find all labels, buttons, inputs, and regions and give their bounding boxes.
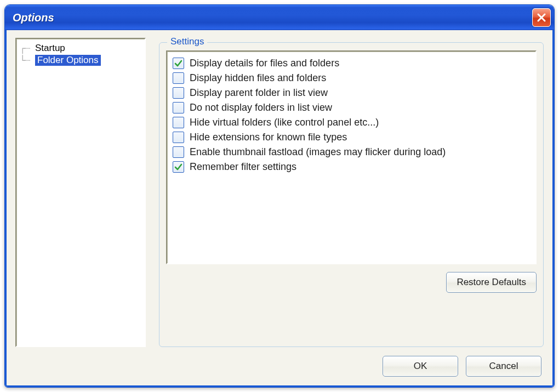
setting-label: Enable thumbnail fastload (images may fl… xyxy=(190,146,446,158)
window-title: Options xyxy=(13,12,532,24)
close-icon xyxy=(537,13,546,22)
dialog-footer: OK Cancel xyxy=(15,347,544,378)
setting-remember-filter[interactable]: Remember filter settings xyxy=(173,160,530,174)
cancel-button[interactable]: Cancel xyxy=(466,356,541,377)
tree-item-label: Folder Options xyxy=(35,55,101,66)
titlebar: Options xyxy=(5,5,554,30)
checkbox[interactable] xyxy=(173,72,184,84)
checkbox[interactable] xyxy=(173,132,184,143)
setting-no-folders-list[interactable]: Do not display folders in list view xyxy=(173,100,530,115)
checkmark-icon xyxy=(174,59,182,67)
options-window: Options ┌┈ Startup └┈ Folder Options xyxy=(4,4,555,388)
checkbox[interactable] xyxy=(173,102,184,113)
setting-label: Display hidden files and folders xyxy=(190,72,326,84)
client-area: ┌┈ Startup └┈ Folder Options Settings xyxy=(5,30,554,387)
setting-label: Hide extensions for known file types xyxy=(190,132,347,143)
tree-item-label: Startup xyxy=(35,43,65,54)
setting-label: Hide virtual folders (like control panel… xyxy=(190,117,379,128)
setting-label: Do not display folders in list view xyxy=(190,102,332,113)
body-row: ┌┈ Startup └┈ Folder Options Settings xyxy=(15,38,544,347)
tree-connector-icon: ┌┈ xyxy=(20,43,35,54)
setting-label: Display details for files and folders xyxy=(190,58,339,69)
setting-display-details[interactable]: Display details for files and folders xyxy=(173,56,530,71)
checkbox[interactable] xyxy=(173,58,184,69)
setting-display-parent[interactable]: Display parent folder in list view xyxy=(173,86,530,100)
groupbox-footer: Restore Defaults xyxy=(166,264,537,293)
setting-hide-extensions[interactable]: Hide extensions for known file types xyxy=(173,130,530,145)
setting-display-hidden[interactable]: Display hidden files and folders xyxy=(173,71,530,86)
tree-item-startup[interactable]: ┌┈ Startup xyxy=(19,42,142,54)
settings-list[interactable]: Display details for files and folders Di… xyxy=(166,50,537,264)
groupbox-legend: Settings xyxy=(167,36,207,47)
setting-thumbnail-fastload[interactable]: Enable thumbnail fastload (images may fl… xyxy=(173,145,530,160)
checkbox[interactable] xyxy=(173,161,184,173)
category-tree[interactable]: ┌┈ Startup └┈ Folder Options xyxy=(15,38,146,347)
ok-button[interactable]: OK xyxy=(383,356,458,377)
restore-defaults-button[interactable]: Restore Defaults xyxy=(446,272,537,293)
settings-groupbox: Settings Display details for files and f… xyxy=(159,42,544,347)
setting-label: Display parent folder in list view xyxy=(190,87,328,99)
checkmark-icon xyxy=(174,163,182,171)
setting-label: Remember filter settings xyxy=(190,161,296,173)
right-pane: Settings Display details for files and f… xyxy=(159,38,544,347)
setting-hide-virtual[interactable]: Hide virtual folders (like control panel… xyxy=(173,115,530,130)
checkbox[interactable] xyxy=(173,146,184,158)
checkbox[interactable] xyxy=(173,87,184,99)
close-button[interactable] xyxy=(532,8,551,27)
checkbox[interactable] xyxy=(173,117,184,128)
tree-connector-icon: └┈ xyxy=(20,55,35,66)
tree-item-folder-options[interactable]: └┈ Folder Options xyxy=(19,54,142,66)
